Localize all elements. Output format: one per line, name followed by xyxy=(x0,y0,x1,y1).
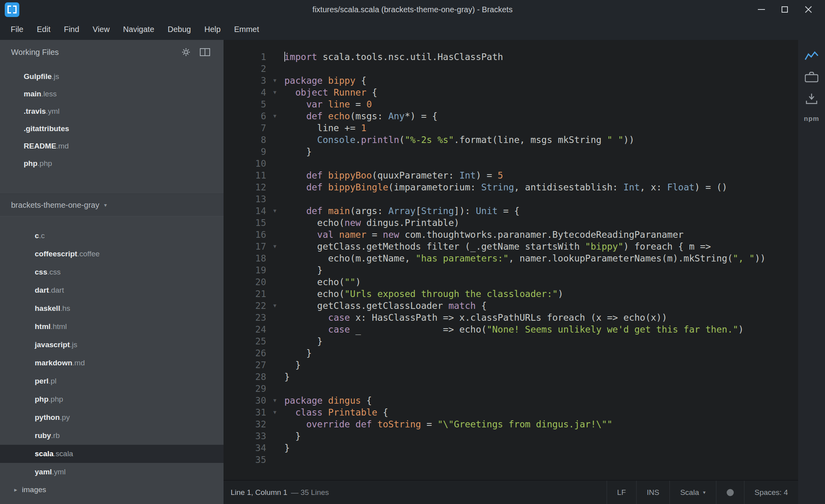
code-line[interactable]: 23 case x: HasClassPath => x.classPathUR… xyxy=(224,312,798,323)
code-line[interactable]: 3▼package bippy { xyxy=(224,75,798,87)
npm-icon[interactable]: npm xyxy=(804,115,819,123)
code-line[interactable]: 8 Console.println("%-2s %s".format(line,… xyxy=(224,134,798,146)
file-name: haskell xyxy=(35,304,60,313)
project-file-item[interactable]: dart.dart xyxy=(0,281,224,299)
code-line[interactable]: 18 echo(m.getName, "has parameters:", na… xyxy=(224,252,798,264)
code-line[interactable]: 26 } xyxy=(224,347,798,359)
code-line[interactable]: 6▼ def echo(msgs: Any*) = { xyxy=(224,110,798,122)
fold-gutter xyxy=(268,264,282,276)
code-line[interactable]: 22▼ getClass.getClassLoader match { xyxy=(224,300,798,312)
working-file-item[interactable]: Gulpfile.js xyxy=(0,68,224,85)
project-file-item[interactable]: python.py xyxy=(0,408,224,427)
working-file-item[interactable]: .gitattributes xyxy=(0,120,224,137)
publish-icon[interactable] xyxy=(805,93,818,105)
project-file-item[interactable]: javascript.js xyxy=(0,336,224,354)
code-line[interactable]: 9 } xyxy=(224,146,798,158)
language-selector[interactable]: Scala ▾ xyxy=(669,481,716,504)
code-line[interactable]: 7 line += 1 xyxy=(224,122,798,134)
project-file-item[interactable]: perl.pl xyxy=(0,372,224,390)
maximize-button[interactable] xyxy=(782,6,788,13)
fold-arrow-icon[interactable]: ▼ xyxy=(268,87,282,98)
menu-item-view[interactable]: View xyxy=(86,19,117,40)
code-line[interactable]: 33 } xyxy=(224,430,798,442)
file-ext: .php xyxy=(38,159,52,168)
statusbar: Line 1, Column 1 — 35 Lines LF INS Scala… xyxy=(224,480,798,504)
project-header[interactable]: brackets-theme-one-gray ▾ xyxy=(0,194,224,216)
code-line[interactable]: 19 } xyxy=(224,264,798,276)
file-name: .gitattributes xyxy=(24,124,69,133)
code-line[interactable]: 16 val namer = new com.thoughtworks.para… xyxy=(224,229,798,241)
code-line[interactable]: 15 echo(new dingus.Printable) xyxy=(224,217,798,229)
menu-item-file[interactable]: File xyxy=(4,19,30,40)
split-view-icon[interactable] xyxy=(200,48,210,56)
working-file-item[interactable]: main.less xyxy=(0,85,224,103)
code-line[interactable]: 12 def bippyBingle(imparametorium: Strin… xyxy=(224,181,798,193)
folder-name: images xyxy=(22,485,46,494)
menu-item-emmet[interactable]: Emmet xyxy=(227,19,266,40)
file-name: README xyxy=(24,142,56,150)
menu-item-edit[interactable]: Edit xyxy=(30,19,57,40)
project-file-item[interactable]: coffeescript.coffee xyxy=(0,245,224,263)
project-file-item[interactable]: haskell.hs xyxy=(0,299,224,318)
code-line[interactable]: 28} xyxy=(224,371,798,383)
insert-mode-indicator[interactable]: INS xyxy=(636,481,670,504)
fold-arrow-icon[interactable]: ▼ xyxy=(268,75,282,87)
project-file-item[interactable]: markdown.md xyxy=(0,354,224,372)
gear-icon[interactable] xyxy=(182,48,190,56)
cursor-position[interactable]: Line 1, Column 1 xyxy=(231,488,288,497)
project-file-item[interactable]: ruby.rb xyxy=(0,427,224,445)
line-number: 7 xyxy=(224,122,268,134)
spaces-indicator[interactable]: Spaces: 4 xyxy=(744,481,799,504)
fold-arrow-icon[interactable]: ▼ xyxy=(268,110,282,122)
code-line[interactable]: 35 xyxy=(224,454,798,466)
health-report-icon[interactable] xyxy=(804,51,819,61)
code-line[interactable]: 21 echo("Urls exposed through the classl… xyxy=(224,288,798,300)
project-file-item[interactable]: yaml.yml xyxy=(0,463,224,481)
working-file-item[interactable]: .travis.yml xyxy=(0,103,224,120)
code-line[interactable]: 30▼package dingus { xyxy=(224,395,798,406)
file-ext: .scala xyxy=(54,449,73,458)
fold-arrow-icon[interactable]: ▼ xyxy=(268,395,282,406)
code-line[interactable]: 24 case _ => echo("None! Seems unlikely … xyxy=(224,323,798,335)
code-line[interactable]: 27 } xyxy=(224,359,798,371)
line-ending-indicator[interactable]: LF xyxy=(607,481,636,504)
code-line[interactable]: 32 override def toString = "\"Greetings … xyxy=(224,418,798,430)
code-line[interactable]: 2 xyxy=(224,63,798,75)
menu-item-help[interactable]: Help xyxy=(197,19,227,40)
menu-item-debug[interactable]: Debug xyxy=(161,19,198,40)
close-button[interactable] xyxy=(804,6,812,13)
code-line[interactable]: 1import scala.tools.nsc.util.HasClassPat… xyxy=(224,51,798,63)
project-file-item[interactable]: scala.scala xyxy=(0,445,224,463)
project-file-item[interactable]: c.c xyxy=(0,227,224,245)
code-line[interactable]: 13 xyxy=(224,193,798,205)
code-line[interactable]: 4▼ object Runner { xyxy=(224,87,798,98)
code-line[interactable]: 34} xyxy=(224,442,798,454)
project-file-item[interactable]: php.php xyxy=(0,390,224,408)
line-number: 15 xyxy=(224,217,268,229)
toolbox-icon[interactable] xyxy=(805,71,818,83)
fold-arrow-icon[interactable]: ▼ xyxy=(268,406,282,418)
line-number: 9 xyxy=(224,146,268,158)
code-text: getClass.getMethods filter (_.getName st… xyxy=(282,241,711,252)
menu-item-find[interactable]: Find xyxy=(57,19,86,40)
code-line[interactable]: 31▼ class Printable { xyxy=(224,406,798,418)
code-line[interactable]: 20 echo("") xyxy=(224,276,798,288)
code-line[interactable]: 5 var line = 0 xyxy=(224,98,798,110)
fold-arrow-icon[interactable]: ▼ xyxy=(268,205,282,217)
fold-arrow-icon[interactable]: ▼ xyxy=(268,241,282,252)
working-file-item[interactable]: README.md xyxy=(0,137,224,155)
project-file-item[interactable]: html.html xyxy=(0,318,224,336)
code-line[interactable]: 11 def bippyBoo(quuxParameter: Int) = 5 xyxy=(224,169,798,181)
menu-item-navigate[interactable]: Navigate xyxy=(117,19,161,40)
minimize-button[interactable] xyxy=(758,9,765,10)
code-line[interactable]: 10 xyxy=(224,158,798,169)
code-line[interactable]: 29 xyxy=(224,383,798,395)
fold-arrow-icon[interactable]: ▼ xyxy=(268,300,282,312)
code-line[interactable]: 25 } xyxy=(224,335,798,347)
lint-status-segment[interactable] xyxy=(716,481,744,504)
images-folder-item[interactable]: ▸ images xyxy=(0,481,224,498)
project-file-item[interactable]: css.css xyxy=(0,263,224,281)
working-file-item[interactable]: php.php xyxy=(0,155,224,172)
code-line[interactable]: 17▼ getClass.getMethods filter (_.getNam… xyxy=(224,241,798,252)
code-line[interactable]: 14▼ def main(args: Array[String]): Unit … xyxy=(224,205,798,217)
